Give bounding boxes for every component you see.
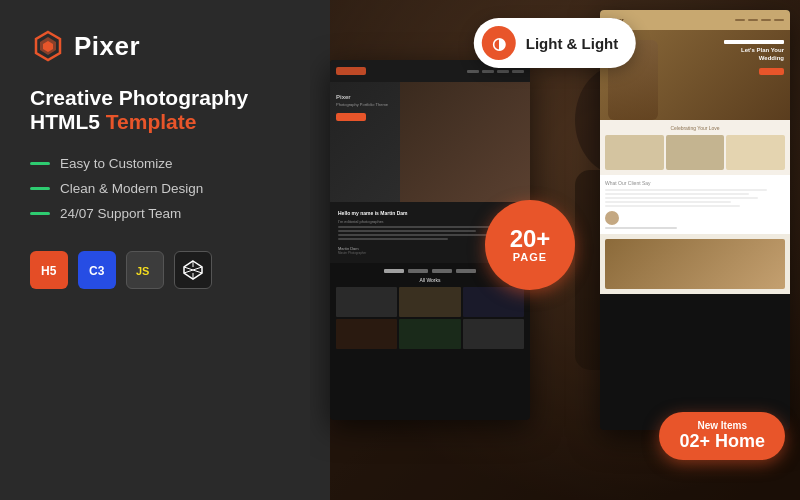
new-items-value: 02+ Home [679, 431, 765, 452]
mock-text-line-4 [338, 238, 448, 240]
mock-gallery-grid [336, 287, 524, 349]
mock-hero-text: Pixer Photography Portfolio Theme [336, 94, 388, 121]
feature-label-1: Easy to Customize [60, 156, 173, 171]
svg-text:H5: H5 [41, 264, 57, 278]
feature-item-1: Easy to Customize [30, 156, 300, 171]
mock-gallery-cell-3 [463, 287, 524, 317]
svg-line-9 [184, 270, 193, 273]
mock-photo-section [600, 234, 790, 294]
svg-text:JS: JS [136, 265, 149, 277]
svg-line-8 [193, 267, 202, 270]
logo-text: Pixer [74, 31, 140, 62]
feature-item-2: Clean & Modern Design [30, 181, 300, 196]
mock-client-section: What Our Client Say [600, 175, 790, 234]
mock-gallery-cell-2 [399, 287, 460, 317]
mock-gallery-cell-1 [336, 287, 397, 317]
logo-area: Pixer [30, 28, 300, 64]
tech-js-badge: JS [126, 251, 164, 289]
features-list: Easy to Customize Clean & Modern Design … [30, 156, 300, 221]
title-line2-prefix: HTML5 [30, 110, 106, 133]
title-line2: HTML5 Template [30, 110, 300, 134]
mock-text-line-2 [338, 230, 476, 232]
mock-celebrating-section: Celebrating Your Love [600, 120, 790, 175]
mock-nav-item-4 [512, 70, 524, 73]
page-count-label: PAGE [513, 251, 547, 263]
light-toggle-icon: ◑ [482, 26, 516, 60]
light-badge-text: Light & Light [526, 35, 618, 52]
page-count-badge: 20+ PAGE [485, 200, 575, 290]
mock-btn [336, 113, 366, 121]
page-count-number: 20+ [510, 227, 551, 251]
mock-nav-item-2 [482, 70, 494, 73]
left-panel: Pixer Creative Photography HTML5 Templat… [0, 0, 330, 500]
mock-right-btn [759, 68, 784, 75]
mock-hero-image [400, 82, 530, 202]
mock-text-line [338, 226, 504, 228]
feature-label-2: Clean & Modern Design [60, 181, 203, 196]
mock-logo [336, 67, 366, 75]
mock-nav [467, 70, 524, 73]
mock-gallery-cell-5 [399, 319, 460, 349]
tech-css3-badge: C3 [78, 251, 116, 289]
mock-nav-item [467, 70, 479, 73]
main-title: Creative Photography HTML5 Template [30, 86, 300, 134]
tech-icons-row: H5 C3 JS [30, 251, 300, 289]
preview-right-mockup: ⬡ Pixer Let's Plan YourWedding Celebrati… [600, 10, 790, 430]
tech-html5-badge: H5 [30, 251, 68, 289]
mock-gallery-cell-4 [336, 319, 397, 349]
svg-text:C3: C3 [89, 264, 105, 278]
feature-item-3: 24/07 Support Team [30, 206, 300, 221]
title-line2-highlight: Template [106, 110, 197, 133]
pixer-logo-icon [30, 28, 66, 64]
title-line1: Creative Photography [30, 86, 300, 110]
mock-right-title-bar [724, 40, 784, 44]
mock-nav-item-3 [497, 70, 509, 73]
svg-line-10 [193, 270, 202, 273]
mock-gallery-cell-6 [463, 319, 524, 349]
mock-right-hero-text: Let's Plan YourWedding [724, 40, 784, 75]
mock-text-line-3 [338, 234, 494, 236]
right-preview-area: ◑ Light & Light Pixer Photography Portfo… [310, 0, 800, 500]
tech-codepen-badge [174, 251, 212, 289]
svg-line-7 [184, 267, 193, 270]
new-items-badge[interactable]: New Items 02+ Home [659, 412, 785, 460]
feature-dash-icon-2 [30, 187, 50, 190]
new-items-label: New Items [679, 420, 765, 431]
light-badge[interactable]: ◑ Light & Light [474, 18, 636, 68]
mock-hero-section: Pixer Photography Portfolio Theme [330, 82, 530, 202]
feature-dash-icon [30, 162, 50, 165]
feature-dash-icon-3 [30, 212, 50, 215]
feature-label-3: 24/07 Support Team [60, 206, 181, 221]
